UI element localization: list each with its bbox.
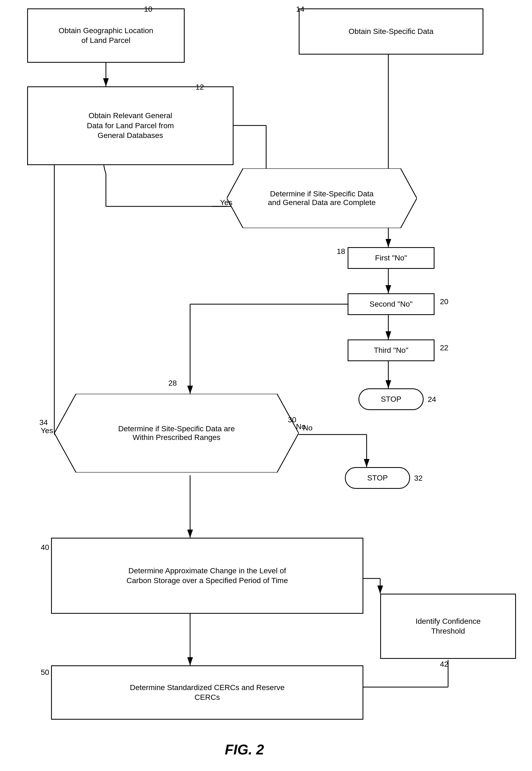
third-no-label: Third "No" [374, 345, 408, 355]
obtain-geo-label: Obtain Geographic Location of Land Parce… [59, 26, 153, 46]
stop1-label: STOP [381, 394, 401, 404]
obtain-general-label: Obtain Relevant General Data for Land Pa… [87, 111, 174, 140]
flowchart-diagram: Obtain Geographic Location of Land Parce… [0, 0, 532, 771]
first-no-box: First "No" [348, 247, 435, 269]
figure-label: FIG. 2 [177, 741, 312, 758]
identify-confidence-label: Identify Confidence Threshold [415, 616, 481, 636]
label-18: 18 [337, 247, 345, 256]
label-40: 40 [41, 543, 49, 552]
second-no-box: Second "No" [348, 293, 435, 315]
label-32: 32 [414, 474, 423, 483]
label-50: 50 [41, 668, 49, 677]
obtain-geo-box: Obtain Geographic Location of Land Parce… [27, 8, 185, 63]
determine-carbon-box: Determine Approximate Change in the Leve… [51, 538, 363, 614]
label-14: 14 [296, 5, 304, 14]
yes-label-2: Yes [41, 426, 53, 435]
yes-label-1: Yes [220, 198, 232, 207]
label-34: 34 [39, 418, 48, 427]
label-22: 22 [440, 344, 448, 352]
obtain-site-label: Obtain Site-Specific Data [349, 27, 434, 36]
label-20: 20 [440, 297, 448, 306]
determine-complete-hex: Determine if Site-Specific Dataand Gener… [227, 168, 417, 228]
label-30: 30 [288, 416, 296, 424]
stop2-label: STOP [367, 473, 388, 483]
obtain-site-box: Obtain Site-Specific Data [299, 8, 483, 55]
third-no-box: Third "No" [348, 339, 435, 361]
determine-cercs-label: Determine Standardized CERCs and Reserve… [130, 683, 285, 703]
label-24: 24 [428, 395, 436, 404]
stop1-box: STOP [358, 388, 424, 410]
second-no-label: Second "No" [370, 299, 413, 309]
identify-confidence-box: Identify Confidence Threshold [380, 594, 516, 659]
label-12: 12 [196, 83, 204, 92]
determine-ranges-hex: Determine if Site-Specific Data areWithi… [54, 394, 299, 473]
label-28: 28 [168, 379, 177, 388]
label-10: 10 [144, 5, 152, 14]
obtain-general-box: Obtain Relevant General Data for Land Pa… [27, 86, 234, 165]
label-42: 42 [440, 660, 448, 669]
determine-cercs-box: Determine Standardized CERCs and Reserve… [51, 665, 363, 720]
first-no-label: First "No" [375, 253, 407, 263]
determine-carbon-label: Determine Approximate Change in the Leve… [127, 566, 288, 586]
stop2-box: STOP [345, 467, 410, 489]
no-label-2: No [296, 422, 306, 431]
